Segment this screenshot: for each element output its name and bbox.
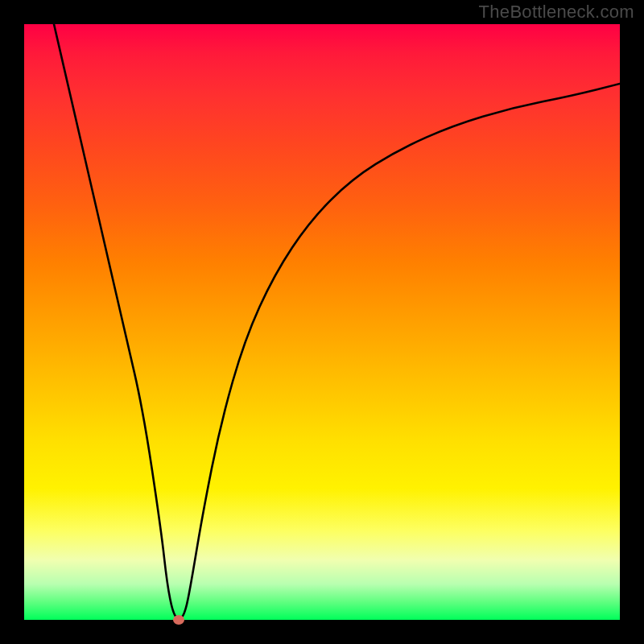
minimum-marker (173, 615, 184, 625)
gradient-plot-area (24, 24, 620, 620)
chart-frame: TheBottleneck.com (0, 0, 644, 644)
watermark-text: TheBottleneck.com (479, 2, 634, 23)
